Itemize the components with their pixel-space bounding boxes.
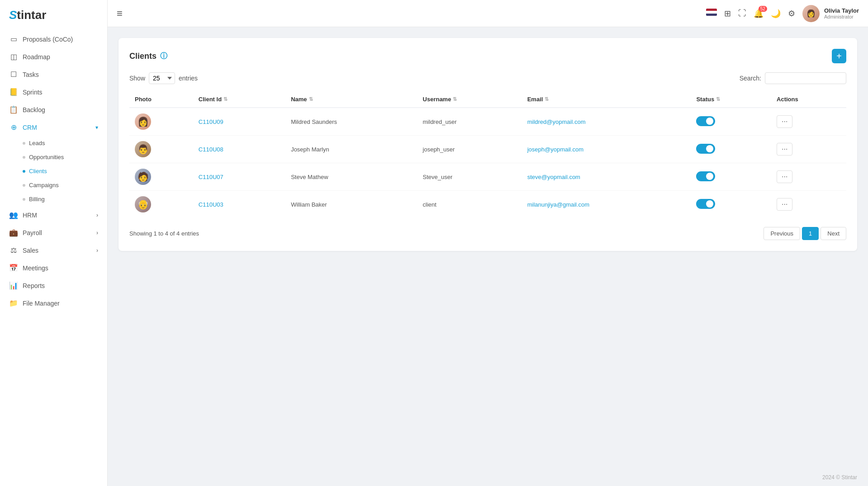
table-controls: Show 10 25 50 100 entries Search:: [129, 72, 846, 84]
entries-select[interactable]: 10 25 50 100: [149, 72, 175, 84]
sidebar-item-campaigns[interactable]: Campaigns: [0, 178, 107, 192]
sidebar-item-backlog[interactable]: 📋 Backlog: [0, 101, 107, 118]
user-area[interactable]: 👩 Olivia Taylor Administrator: [802, 5, 859, 22]
col-client-id[interactable]: Client Id ⇅: [193, 91, 285, 108]
status-toggle[interactable]: [696, 144, 715, 154]
sidebar-item-sales[interactable]: ⚖ Sales ›: [0, 241, 107, 259]
crm-icon: ⊕: [9, 123, 18, 132]
action-button[interactable]: ···: [777, 170, 792, 183]
us-flag: [706, 9, 717, 16]
sidebar-item-billing[interactable]: Billing: [0, 192, 107, 206]
opportunities-dot: [23, 156, 25, 159]
status-toggle[interactable]: [696, 199, 715, 209]
tasks-icon: ☐: [9, 70, 18, 79]
file-manager-icon: 📁: [9, 299, 18, 307]
clients-card: Clients ⓘ + Show 10 25 50 100 entries: [119, 38, 857, 251]
sidebar-item-payroll[interactable]: 💼 Payroll ›: [0, 224, 107, 241]
client-email[interactable]: mildred@yopmail.com: [527, 118, 586, 125]
sort-email-icon: ⇅: [545, 96, 549, 102]
client-username: Steve_user: [417, 163, 522, 191]
pagination: Previous 1 Next: [764, 227, 846, 240]
payroll-icon: 💼: [9, 228, 18, 237]
client-email[interactable]: milanunjiya@gmail.com: [527, 201, 589, 208]
add-client-button[interactable]: +: [832, 49, 846, 63]
dark-mode-icon[interactable]: 🌙: [771, 9, 781, 19]
clients-table: Photo Client Id ⇅ Name ⇅: [129, 91, 846, 218]
topbar: ≡ ⊞ ⛶ 🔔 52 🌙 ⚙ 👩: [108, 0, 868, 27]
client-id-link[interactable]: C110U08: [199, 146, 223, 153]
client-name: Mildred Saunders: [285, 108, 417, 136]
sidebar-item-sprints[interactable]: 📒 Sprints: [0, 83, 107, 101]
sidebar-item-reports[interactable]: 📊 Reports: [0, 277, 107, 294]
col-name[interactable]: Name ⇅: [285, 91, 417, 108]
status-toggle[interactable]: [696, 171, 715, 181]
show-entries: Show 10 25 50 100 entries: [129, 72, 198, 84]
table-row: 🧑 C110U07 Steve Mathew Steve_user steve@…: [129, 163, 846, 191]
billing-dot: [23, 198, 25, 201]
card-header: Clients ⓘ +: [129, 49, 846, 63]
settings-icon[interactable]: ⚙: [788, 9, 795, 19]
sort-status-icon: ⇅: [716, 96, 720, 102]
info-icon[interactable]: ⓘ: [160, 52, 167, 61]
action-button[interactable]: ···: [777, 143, 792, 156]
reports-icon: 📊: [9, 281, 18, 290]
client-email[interactable]: joseph@yopmail.com: [527, 146, 583, 153]
col-email[interactable]: Email ⇅: [522, 91, 691, 108]
action-button[interactable]: ···: [777, 198, 792, 211]
sidebar-item-roadmap[interactable]: ◫ Roadmap: [0, 48, 107, 66]
meetings-icon: 📅: [9, 264, 18, 272]
grid-icon[interactable]: ⊞: [724, 9, 731, 19]
col-photo: Photo: [129, 91, 193, 108]
sort-username-icon: ⇅: [453, 96, 457, 102]
search-area: Search:: [740, 72, 846, 84]
col-username[interactable]: Username ⇅: [417, 91, 522, 108]
action-button[interactable]: ···: [777, 115, 792, 128]
pagination-area: Showing 1 to 4 of 4 entries Previous 1 N…: [129, 227, 846, 240]
client-id-link[interactable]: C110U09: [199, 118, 223, 125]
next-button[interactable]: Next: [821, 227, 846, 240]
client-email[interactable]: steve@yopmail.com: [527, 174, 580, 180]
hrm-chevron-icon: ›: [96, 212, 98, 218]
sidebar-item-clients[interactable]: Clients: [0, 164, 107, 178]
previous-button[interactable]: Previous: [764, 227, 800, 240]
expand-icon[interactable]: ⛶: [738, 9, 746, 18]
sidebar-item-opportunities[interactable]: Opportunities: [0, 150, 107, 164]
footer: 2024 © Stintar: [108, 469, 868, 486]
client-id-link[interactable]: C110U07: [199, 174, 223, 180]
notification-icon[interactable]: 🔔 52: [754, 9, 764, 19]
sprints-icon: 📒: [9, 88, 18, 96]
client-avatar: 👩: [135, 113, 151, 130]
logo: Stintar: [9, 8, 46, 22]
client-username: client: [417, 191, 522, 218]
col-status[interactable]: Status ⇅: [691, 91, 771, 108]
client-id-link[interactable]: C110U03: [199, 201, 223, 208]
sidebar-item-meetings[interactable]: 📅 Meetings: [0, 259, 107, 277]
client-username: mildred_user: [417, 108, 522, 136]
topbar-left: ≡: [117, 8, 699, 19]
table-row: 👩 C110U09 Mildred Saunders mildred_user …: [129, 108, 846, 136]
sidebar-item-tasks[interactable]: ☐ Tasks: [0, 66, 107, 83]
client-avatar: 👨: [135, 141, 151, 157]
notification-badge: 52: [759, 6, 767, 12]
crm-chevron-icon: ▾: [95, 124, 98, 131]
user-info: Olivia Taylor Administrator: [824, 7, 859, 19]
sidebar: Stintar ▭ Proposals (CoCo) ◫ Roadmap ☐ T…: [0, 0, 108, 486]
sidebar-item-file-manager[interactable]: 📁 File Manager: [0, 294, 107, 312]
flag-icon[interactable]: [706, 9, 717, 18]
sidebar-item-hrm[interactable]: 👥 HRM ›: [0, 206, 107, 224]
showing-text: Showing 1 to 4 of 4 entries: [129, 230, 199, 237]
sidebar-item-crm[interactable]: ⊕ CRM ▾: [0, 118, 107, 136]
menu-icon[interactable]: ≡: [117, 8, 123, 19]
backlog-icon: 📋: [9, 105, 18, 114]
status-toggle[interactable]: [696, 116, 715, 126]
page-1-button[interactable]: 1: [802, 227, 819, 240]
table-row: 👨 C110U08 Joseph Marlyn joseph_user jose…: [129, 136, 846, 163]
sales-chevron-icon: ›: [96, 247, 98, 254]
topbar-right: ⊞ ⛶ 🔔 52 🌙 ⚙ 👩 Olivia Taylor Administrat…: [706, 5, 859, 22]
search-input[interactable]: [765, 72, 846, 84]
sidebar-item-proposals[interactable]: ▭ Proposals (CoCo): [0, 30, 107, 48]
client-name: Joseph Marlyn: [285, 136, 417, 163]
logo-area: Stintar: [0, 0, 107, 30]
sidebar-item-leads[interactable]: Leads: [0, 136, 107, 150]
hrm-icon: 👥: [9, 211, 18, 219]
